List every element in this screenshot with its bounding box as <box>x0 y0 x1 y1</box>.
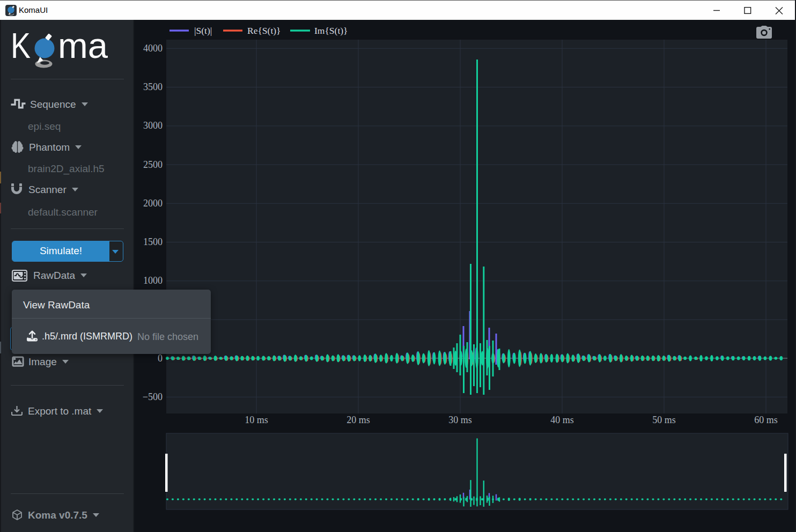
svg-text:−500: −500 <box>143 391 163 402</box>
svg-text:2000: 2000 <box>143 198 163 209</box>
svg-text:K: K <box>11 27 31 65</box>
svg-text:1000: 1000 <box>143 275 163 286</box>
svg-text:30 ms: 30 ms <box>448 415 472 425</box>
svg-text:4000: 4000 <box>143 43 163 54</box>
svg-text:1500: 1500 <box>143 237 163 247</box>
svg-text:0: 0 <box>158 353 163 364</box>
svg-text:60 ms: 60 ms <box>754 415 778 425</box>
svg-text:40 ms: 40 ms <box>550 415 574 425</box>
svg-text:|S(t)|: |S(t)| <box>194 25 212 36</box>
svg-text:20 ms: 20 ms <box>347 415 370 425</box>
svg-text:10 ms: 10 ms <box>245 415 268 425</box>
svg-text:Re{S(t)}: Re{S(t)} <box>247 25 281 36</box>
svg-text:Im{S(t)}: Im{S(t)} <box>314 25 348 36</box>
svg-text:50 ms: 50 ms <box>652 415 676 425</box>
svg-text:ma: ma <box>58 27 108 65</box>
svg-text:3500: 3500 <box>143 82 163 92</box>
svg-text:2500: 2500 <box>143 159 163 170</box>
svg-text:3000: 3000 <box>143 120 163 131</box>
